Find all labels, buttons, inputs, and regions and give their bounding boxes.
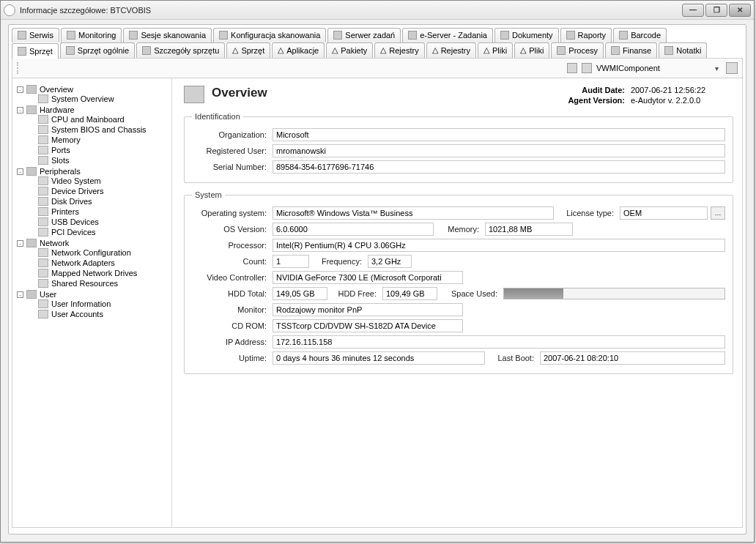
serial-value[interactable]: 89584-354-6177696-71746 <box>273 160 725 174</box>
tree-disks[interactable]: Disk Drives <box>29 197 168 206</box>
monitor-value[interactable]: Rodzajowy monitor PnP <box>273 303 463 316</box>
memory-value[interactable]: 1021,88 MB <box>485 223 573 236</box>
tree-shared[interactable]: Shared Resources <box>29 279 168 288</box>
license-more-button[interactable]: … <box>711 206 725 220</box>
tree-slots[interactable]: Slots <box>29 156 168 165</box>
tree-mapped[interactable]: Mapped Network Drives <box>29 269 168 277</box>
tree-hardware[interactable]: -Hardware <box>17 105 168 114</box>
tab-icon <box>18 47 26 56</box>
video-icon <box>38 176 48 185</box>
osver-value[interactable]: 6.0.6000 <box>273 223 434 236</box>
tab-monitoring[interactable]: Monitoring <box>61 28 122 42</box>
video-value[interactable]: NVIDIA GeForce 7300 LE (Microsoft Corpor… <box>273 271 463 284</box>
overview-icon <box>184 86 204 103</box>
uptime-value[interactable]: 0 days 4 hours 36 minutes 12 seconds <box>273 351 485 365</box>
tab-serwis[interactable]: Serwis <box>12 28 59 42</box>
tab-label: Monitoring <box>78 31 116 40</box>
tree-system-overview[interactable]: System Overview <box>29 94 168 103</box>
freq-label: Frequency: <box>309 257 368 266</box>
license-value[interactable]: OEM <box>620 206 708 220</box>
count-value[interactable]: 1 <box>273 255 309 268</box>
tab-aplikacje[interactable]: △Aplikacje <box>272 42 325 58</box>
org-value[interactable]: Microsoft <box>273 128 725 141</box>
component-selector[interactable]: VWMIComponent ▾ <box>567 63 719 73</box>
tab-finanse[interactable]: Finanse <box>605 42 657 58</box>
component-icon <box>567 63 577 73</box>
hddfree-value[interactable]: 109,49 GB <box>382 287 437 300</box>
slots-icon <box>38 156 48 165</box>
reguser-value[interactable]: mromanowski <box>273 144 725 157</box>
space-used-bar <box>503 288 725 299</box>
tab-icon <box>500 31 509 40</box>
tab-barcode[interactable]: Barcode <box>613 28 667 42</box>
tab-pakiety[interactable]: △Pakiety <box>326 42 373 58</box>
tree-memory[interactable]: Memory <box>29 135 168 144</box>
tree-video[interactable]: Video System <box>29 176 168 185</box>
tree-peripherals[interactable]: -Peripherals <box>17 167 168 176</box>
tab-sprz-t[interactable]: Sprzęt <box>12 43 59 59</box>
org-label: Organization: <box>192 130 273 139</box>
tree-drivers[interactable]: Device Drivers <box>29 187 168 195</box>
cpu-icon <box>38 115 48 124</box>
tab-e-server-zadania[interactable]: e-Server - Zadania <box>402 28 493 42</box>
serial-label: Serial Number: <box>192 163 273 171</box>
page-title: Overview <box>212 86 267 100</box>
collapse-icon[interactable]: - <box>17 107 23 113</box>
tab-raporty[interactable]: Raporty <box>560 28 612 42</box>
tab-serwer-zada-[interactable]: Serwer zadań <box>327 28 401 42</box>
tree-bios[interactable]: System BIOS and Chassis <box>29 125 168 134</box>
collapse-icon[interactable]: - <box>17 168 23 175</box>
delta-icon: △ <box>483 45 489 55</box>
proc-value[interactable]: Intel(R) Pentium(R) 4 CPU 3.06GHz <box>273 239 725 252</box>
tab-label: Serwis <box>29 31 53 40</box>
tree-netadapt[interactable]: Network Adapters <box>29 258 168 267</box>
hddtotal-value[interactable]: 149,05 GB <box>273 287 327 300</box>
tab-sprz-t-og-lnie[interactable]: Sprzęt ogólnie <box>60 42 135 58</box>
print-button[interactable] <box>726 62 738 74</box>
tab-szczeg-y-sprz-tu[interactable]: Szczegóły sprzętu <box>136 42 225 58</box>
collapse-icon[interactable]: - <box>17 291 23 298</box>
titlebar[interactable]: Informacje szczegółowe: BTCVOBIS — ❐ ✕ <box>1 1 754 20</box>
tree-usb[interactable]: USB Devices <box>29 217 168 226</box>
tab-rejestry[interactable]: △Rejestry <box>374 42 424 58</box>
tree-cpu[interactable]: CPU and Mainboard <box>29 115 168 124</box>
space-label: Space Used: <box>437 289 503 298</box>
app-window: Informacje szczegółowe: BTCVOBIS — ❐ ✕ S… <box>0 0 755 543</box>
tree-netconf[interactable]: Network Configuration <box>29 248 168 257</box>
tree-pci[interactable]: PCI Devices <box>29 228 168 236</box>
dropdown-icon[interactable]: ▾ <box>715 64 719 72</box>
tab-label: Finanse <box>623 46 651 55</box>
tab-label: Sprzęt ogólnie <box>78 46 129 55</box>
tree-network[interactable]: -Network <box>17 239 168 247</box>
tab-konfiguracja-skanowania[interactable]: Konfiguracja skanowania <box>213 28 326 42</box>
minimize-button[interactable]: — <box>682 4 704 17</box>
tab-notatki[interactable]: Notatki <box>659 42 707 58</box>
tree-userinfo[interactable]: User Information <box>29 299 168 308</box>
tab-pliki[interactable]: △Pliki <box>514 42 549 58</box>
cdrom-value[interactable]: TSSTcorp CD/DVDW SH-S182D ATA Device <box>273 319 463 332</box>
tree-ports[interactable]: Ports <box>29 146 168 154</box>
tab-sesje-skanowania[interactable]: Sesje skanowania <box>123 28 212 42</box>
tab-pliki[interactable]: △Pliki <box>478 42 513 58</box>
tab-rejestry[interactable]: △Rejestry <box>426 42 476 58</box>
close-button[interactable]: ✕ <box>729 4 751 17</box>
collapse-icon[interactable]: - <box>17 86 23 93</box>
tab-sprz-t[interactable]: △Sprzęt <box>226 42 270 58</box>
tab-icon <box>408 31 417 40</box>
tree-user[interactable]: -User <box>17 290 168 299</box>
video-label: Video Controller: <box>192 273 273 282</box>
ip-value[interactable]: 172.16.115.158 <box>273 335 725 349</box>
tab-procesy[interactable]: Procesy <box>551 42 604 58</box>
tree-printers[interactable]: Printers <box>29 207 168 216</box>
tree-overview[interactable]: -Overview <box>17 85 168 94</box>
os-value[interactable]: Microsoft® Windows Vista™ Business <box>273 206 554 220</box>
tab-dokumenty[interactable]: Dokumenty <box>494 28 559 42</box>
lastboot-value[interactable]: 2007-06-21 08:20:10 <box>540 351 725 365</box>
system-group: System Operating system: Microsoft® Wind… <box>184 190 733 374</box>
collapse-icon[interactable]: - <box>17 240 23 247</box>
freq-value[interactable]: 3,2 GHz <box>368 255 412 268</box>
monitor-label: Monitor: <box>192 305 273 314</box>
delta-icon: △ <box>332 45 338 55</box>
tree-useracc[interactable]: User Accounts <box>29 310 168 318</box>
maximize-button[interactable]: ❐ <box>705 4 727 17</box>
